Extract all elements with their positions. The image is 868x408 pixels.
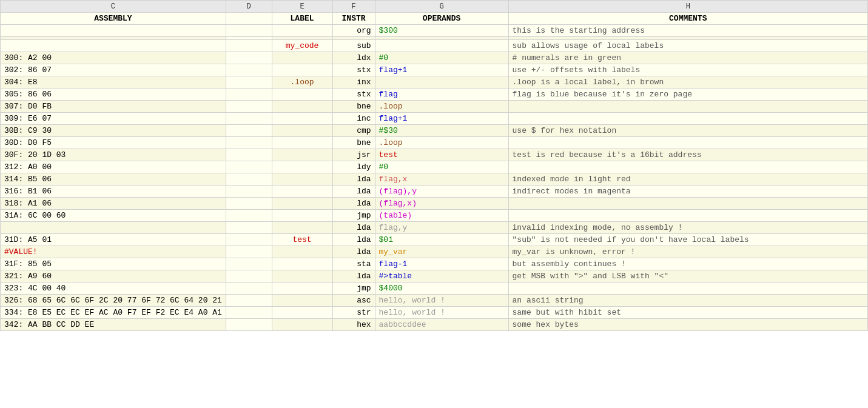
assembly-cell: 30B: C9 30 [1,125,226,137]
instr-cell: stx [332,64,375,76]
assembly-cell: 323: 4C 00 40 [1,283,226,295]
instr-cell: lda [332,186,375,198]
instr-cell: inx [332,76,375,89]
comment-cell [508,198,867,210]
label-cell [272,246,332,258]
assembly-cell: #VALUE! [1,246,226,258]
instr-cell: jmp [332,210,375,222]
label-cell: my_code [272,40,332,52]
assembly-cell: 342: AA BB CC DD EE [1,319,226,331]
instr-cell: lda [332,270,375,283]
instr-cell: ldx [332,52,375,64]
assembly-cell [1,222,226,234]
table-row: 318: A1 06lda(flag,x) [1,198,868,210]
comment-cell: use $ for hex notation [508,125,867,137]
comment-cell: "sub" is not needed if you don't have lo… [508,234,867,246]
operands-cell: hello, world ! [375,307,508,319]
col-d-cell [226,149,272,161]
col-d-cell [226,89,272,101]
col-d-cell [226,64,272,76]
assembly-cell: 326: 68 65 6C 6C 6F 2C 20 77 6F 72 6C 64… [1,295,226,307]
col-d-cell [226,198,272,210]
col-d-cell [226,307,272,319]
comment-cell: indirect modes in magenta [508,186,867,198]
table-row: 321: A9 60lda#>tableget MSB with ">" and… [1,270,868,283]
label-cell [272,319,332,331]
comment-cell [508,113,867,125]
col-header-e: E [272,1,332,13]
label-cell [272,113,332,125]
operands-cell: $300 [375,25,508,37]
label-cell [272,222,332,234]
label-cell: test [272,234,332,246]
operands-cell: #>table [375,270,508,283]
label-cell [272,161,332,173]
instr-cell: cmp [332,125,375,137]
instr-cell: lda [332,246,375,258]
table-row: my_codesubsub allows usage of local labe… [1,40,868,52]
col-d-cell [226,173,272,186]
col-d-cell [226,222,272,234]
instr-cell: str [332,307,375,319]
label-cell: .loop [272,76,332,89]
col-d-cell [226,113,272,125]
operands-cell [375,40,508,52]
assembly-cell: 316: B1 06 [1,186,226,198]
table-row: 30F: 20 1D 03jsrtesttest is red because … [1,149,868,161]
table-row: 334: E8 E5 EC EC EF AC A0 F7 EF F2 EC E4… [1,307,868,319]
operands-cell: aabbccddee [375,319,508,331]
comment-cell: an ascii string [508,295,867,307]
comments-col-header: COMMENTS [508,13,867,25]
label-cell [272,198,332,210]
col-d-cell [226,258,272,270]
operands-cell: #0 [375,52,508,64]
assembly-cell: 31A: 6C 00 60 [1,210,226,222]
instr-col-header: INSTR [332,13,375,25]
comment-cell [508,210,867,222]
assembly-cell: 312: A0 00 [1,161,226,173]
label-cell [272,258,332,270]
assembly-cell: 300: A2 00 [1,52,226,64]
instr-cell: asc [332,295,375,307]
label-cell [272,149,332,161]
operands-cell: flag,x [375,173,508,186]
operands-cell: .loop [375,101,508,113]
col-d-cell [226,40,272,52]
instr-cell: inc [332,113,375,125]
label-col-spacer [226,13,272,25]
col-d-cell [226,161,272,173]
table-row: 304: E8.loopinx.loop is a local label, i… [1,76,868,89]
label-cell [272,125,332,137]
instr-cell: sub [332,40,375,52]
operands-cell: #$30 [375,125,508,137]
table-row: 31A: 6C 00 60jmp(table) [1,210,868,222]
instr-cell: bne [332,101,375,113]
assembly-cell: 334: E8 E5 EC EC EF AC A0 F7 EF F2 EC E4… [1,307,226,319]
comment-cell: invalid indexing mode, no assembly ! [508,222,867,234]
assembly-cell: 318: A1 06 [1,198,226,210]
operands-cell: flag-1 [375,258,508,270]
col-header-h: H [508,1,867,13]
comment-cell: .loop is a local label, in brown [508,76,867,89]
col-header-d: D [226,1,272,13]
label-cell [272,210,332,222]
operands-cell: $01 [375,234,508,246]
label-cell [272,307,332,319]
table-row: org$300this is the starting address [1,25,868,37]
comment-cell: use +/- offsets with labels [508,64,867,76]
comment-cell: flag is blue because it's in zero page [508,89,867,101]
operands-cell: hello, world ! [375,295,508,307]
col-d-cell [226,246,272,258]
operands-cell: flag [375,89,508,101]
operands-col-header: OPERANDS [375,13,508,25]
comment-cell: same but with hibit set [508,307,867,319]
col-d-cell [226,319,272,331]
col-d-cell [226,186,272,198]
assembly-cell: 31F: 85 05 [1,258,226,270]
instr-cell: hex [332,319,375,331]
comment-cell [508,101,867,113]
label-cell [272,295,332,307]
operands-cell: $4000 [375,283,508,295]
assembly-cell: 30D: D0 F5 [1,137,226,149]
instr-cell: lda [332,173,375,186]
